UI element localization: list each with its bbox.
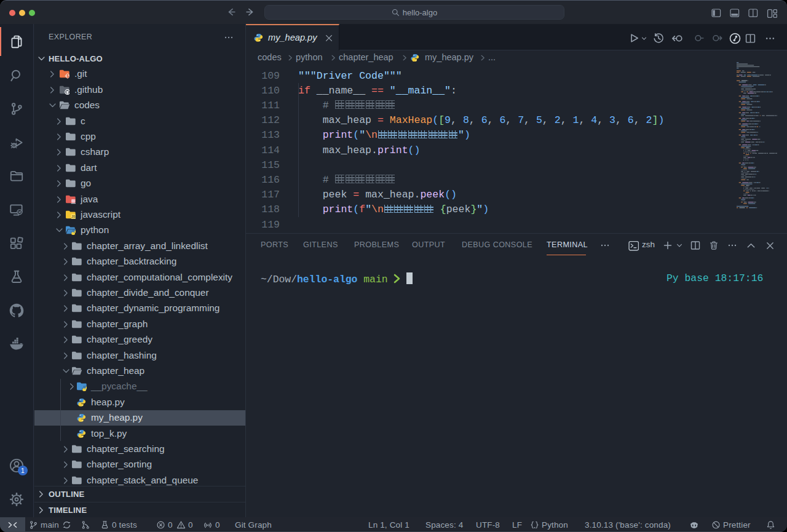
svg-text:JS: JS [71, 215, 76, 218]
